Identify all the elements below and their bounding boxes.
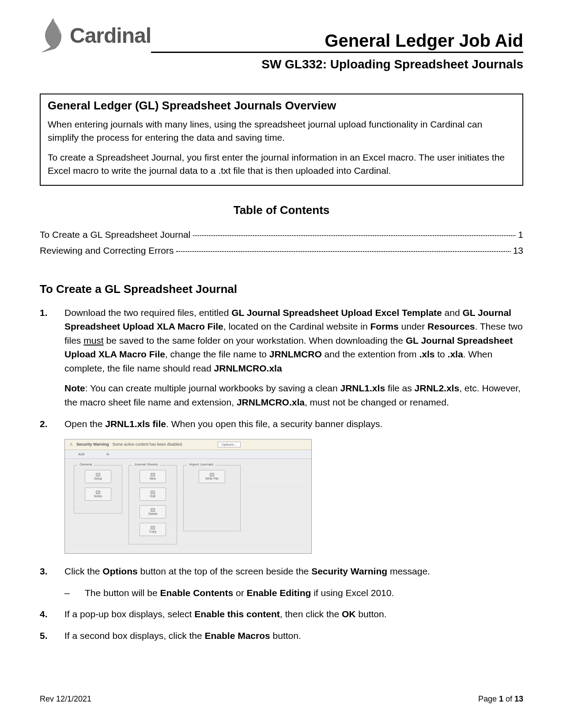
t: . When you open this file, a security ba… [166, 419, 382, 429]
step-3-body: Click the Options button at the top of t… [64, 564, 523, 578]
note-icon [96, 491, 100, 494]
t: and [442, 308, 463, 318]
page-number: Page 1 of 13 [478, 694, 523, 704]
toc-page-2: 13 [513, 245, 523, 256]
toc-title: Table of Contents [40, 203, 523, 217]
t: Copy [149, 530, 156, 533]
notes-button[interactable]: Notes [85, 488, 111, 501]
excel-formula-bar: A28 fx [65, 450, 311, 459]
disk-icon [210, 473, 214, 477]
step-5-body: If a second box displays, click the Enab… [64, 629, 523, 643]
step-1-num: 1. [40, 306, 64, 409]
t: must [83, 335, 104, 345]
group-journal-sheets: Journal Sheets New Edit Delete Copy [128, 465, 177, 544]
toc-label-2: Reviewing and Correcting Errors [40, 245, 174, 256]
brand-name: Cardinal [70, 23, 151, 48]
t: Options [102, 566, 137, 576]
t: JRNL1.xls [340, 383, 385, 393]
t: Edit [150, 495, 155, 498]
t: Enable Contents [160, 588, 233, 598]
t: Download the two required files, entitle… [64, 308, 231, 318]
t: button. [355, 609, 386, 619]
step-1: 1. Download the two required files, enti… [40, 306, 523, 409]
edit-button[interactable]: Edit [140, 488, 166, 501]
setup-button[interactable]: Setup [85, 470, 111, 483]
overview-p2: To create a Spreadsheet Journal, you fir… [48, 151, 515, 178]
t: of [503, 694, 514, 703]
group-label: Import Journals [187, 462, 215, 466]
t: to [435, 349, 447, 359]
t: Click the [64, 566, 102, 576]
step-3-sub-body: The button will be Enable Contents or En… [85, 586, 394, 600]
header-right: General Ledger Job Aid [151, 31, 523, 53]
group-general: General Setup Notes [74, 465, 122, 514]
step-5-num: 5. [40, 629, 64, 643]
t: JRNLMCRO [269, 349, 322, 359]
t: be saved to the same folder on your work… [104, 335, 406, 345]
toc-dots [176, 243, 510, 252]
t: Write File [205, 477, 218, 480]
write-file-button[interactable]: Write File [199, 470, 225, 483]
footer: Rev 12/1/2021 Page 1 of 13 [40, 694, 523, 704]
t: JRNLMCRO.xla [214, 363, 282, 373]
t: or [233, 588, 246, 598]
t: Notes [94, 495, 102, 498]
security-warning-label: Security Warning [76, 442, 109, 447]
excel-sheet-body: General Setup Notes Journal Sheets New E… [65, 459, 311, 554]
cell-reference: A28 [78, 452, 84, 456]
options-button[interactable]: Options... [218, 442, 241, 447]
doc-subtitle: SW GL332: Uploading Spreadsheet Journals [40, 57, 523, 71]
group-label: Journal Sheets [132, 462, 159, 466]
step-1-body: Download the two required files, entitle… [64, 306, 523, 409]
t: GL Journal Spreadsheet Upload Excel Temp… [231, 308, 442, 318]
step-4-num: 4. [40, 607, 64, 621]
step-3: 3. Click the Options button at the top o… [40, 564, 523, 578]
step-5: 5. If a second box displays, click the E… [40, 629, 523, 643]
toc-row-1[interactable]: To Create a GL Spreadsheet Journal 1 [40, 229, 523, 240]
step-2-num: 2. [40, 417, 64, 431]
rev-date: Rev 12/1/2021 [40, 694, 91, 704]
copy-button[interactable]: Copy [140, 523, 166, 536]
overview-title: General Ledger (GL) Spreadsheet Journals… [48, 99, 515, 113]
copy-icon [151, 526, 155, 529]
pencil-icon [151, 491, 155, 494]
t: 13 [514, 694, 523, 703]
t: Enable Macros [205, 630, 270, 641]
t: file as [385, 383, 415, 393]
step-2-body: Open the JRNL1.xls file. When you open t… [64, 417, 523, 431]
fx-label: fx [106, 452, 109, 456]
warning-icon: ⚠ [69, 442, 73, 447]
toc-row-2[interactable]: Reviewing and Correcting Errors 13 [40, 244, 523, 256]
cardinal-bird-icon [40, 18, 66, 53]
t: Note [64, 383, 85, 393]
step-3-sub: – The button will be Enable Contents or … [64, 586, 523, 600]
t: , must not be changed or renamed. [305, 397, 449, 407]
step-4: 4. If a pop-up box displays, select Enab… [40, 607, 523, 621]
group-import-journals: Import Journals Write File [183, 465, 241, 531]
security-warning-text: Some active content has been disabled. [113, 442, 183, 447]
t: Delete [148, 512, 157, 515]
t: and the extention from [322, 349, 419, 359]
t: Enable this content [194, 609, 280, 619]
gear-icon [96, 473, 100, 477]
t: Resources [427, 321, 475, 331]
excel-security-banner: ⚠ Security Warning Some active content h… [65, 439, 311, 450]
t: button at the top of the screen beside t… [138, 566, 311, 576]
t: button. [270, 630, 301, 641]
delete-button[interactable]: Delete [140, 505, 166, 518]
t: Enable Editing [246, 588, 311, 598]
new-icon [151, 473, 155, 477]
new-button[interactable]: New [140, 470, 166, 483]
t: JRNLMCRO.xla [237, 397, 305, 407]
step-2: 2. Open the JRNL1.xls file. When you ope… [40, 417, 523, 431]
t: JRNL2.xls [415, 383, 460, 393]
t: Open the [64, 419, 105, 429]
t: OK [342, 609, 356, 619]
t: Page [478, 694, 499, 703]
section-title: To Create a GL Spreadsheet Journal [40, 282, 523, 296]
step-3-num: 3. [40, 564, 64, 578]
t: The button will be [85, 588, 160, 598]
t: , located on the Cardinal website in [223, 321, 370, 331]
step-4-body: If a pop-up box displays, select Enable … [64, 607, 523, 621]
t: , change the file name to [165, 349, 269, 359]
